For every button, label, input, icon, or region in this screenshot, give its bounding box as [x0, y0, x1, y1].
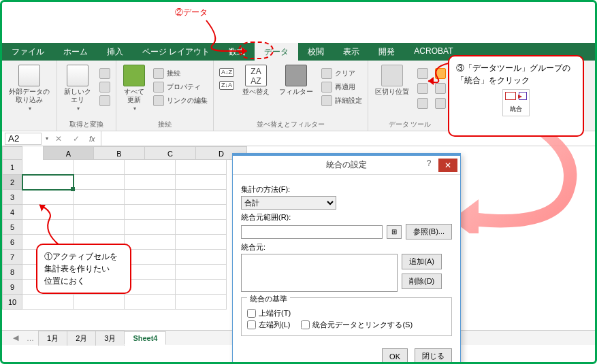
tab-review[interactable]: 校閲	[298, 43, 334, 61]
cell-B2[interactable]	[74, 175, 125, 190]
select-all-triangle[interactable]	[2, 146, 22, 160]
cell-D10[interactable]	[176, 295, 227, 310]
cell-D8[interactable]	[176, 265, 227, 280]
tab-data[interactable]: データ	[255, 43, 298, 61]
sheet-tab-1[interactable]: 1月	[38, 331, 67, 346]
consolidate-button[interactable]	[434, 67, 447, 80]
refedit-button[interactable]: ⊞	[387, 225, 402, 239]
tab-file[interactable]: ファイル	[2, 43, 54, 61]
sort-button[interactable]: ZAAZ 並べ替え	[240, 63, 272, 97]
sort-desc-button[interactable]: Z↓A	[218, 80, 236, 90]
link-checkbox[interactable]	[301, 320, 310, 329]
cell-A5[interactable]	[22, 220, 74, 235]
edit-links-button[interactable]: リンクの編集	[152, 95, 209, 107]
cell-C7[interactable]	[125, 250, 176, 265]
col-header-C[interactable]: C	[145, 146, 196, 160]
top-row-checkbox[interactable]	[247, 309, 256, 318]
cell-C5[interactable]	[125, 220, 176, 235]
cancel-formula-button[interactable]: ✕	[51, 134, 66, 144]
cell-C8[interactable]	[125, 265, 176, 280]
cell-C4[interactable]	[125, 205, 176, 220]
cell-D5[interactable]	[176, 220, 227, 235]
cell-D3[interactable]	[176, 190, 227, 205]
flash-fill-button[interactable]	[416, 67, 430, 80]
method-select[interactable]: 合計	[241, 196, 336, 210]
cell-B3[interactable]	[74, 190, 125, 205]
row-header-3[interactable]: 3	[2, 190, 22, 205]
cell-C10[interactable]	[125, 295, 176, 310]
tab-pagelayout[interactable]: ページ レイアウト	[133, 43, 219, 61]
tab-home[interactable]: ホーム	[54, 43, 97, 61]
cell-B1[interactable]	[74, 160, 125, 175]
add-button[interactable]: 追加(A)	[402, 254, 442, 269]
remove-duplicates-button[interactable]	[416, 82, 430, 95]
cell-B5[interactable]	[74, 220, 125, 235]
new-query-button[interactable]: 新しいク エリ▾	[61, 63, 94, 113]
text-to-columns-button[interactable]: 区切り位置	[372, 63, 412, 97]
recent-sources-button[interactable]	[98, 95, 112, 107]
row-header-8[interactable]: 8	[2, 265, 22, 280]
delete-button[interactable]: 削除(D)	[402, 274, 442, 289]
cell-D7[interactable]	[176, 250, 227, 265]
tab-developer[interactable]: 開発	[369, 43, 404, 61]
col-header-B[interactable]: B	[94, 146, 145, 160]
name-box[interactable]	[5, 133, 42, 145]
cell-D4[interactable]	[176, 205, 227, 220]
filter-button[interactable]: フィルター	[276, 63, 316, 97]
show-queries-button[interactable]	[98, 67, 112, 80]
dialog-close-button[interactable]: ✕	[438, 159, 457, 172]
sheet-tab-2[interactable]: 2月	[67, 331, 96, 346]
cell-C1[interactable]	[125, 160, 176, 175]
sheet-tab-3[interactable]: 3月	[95, 331, 125, 346]
from-table-button[interactable]	[98, 81, 112, 93]
ok-button[interactable]: OK	[382, 348, 408, 364]
tab-insert[interactable]: 挿入	[97, 43, 133, 61]
left-col-checkbox-label[interactable]: 左端列(L)	[247, 320, 290, 330]
refresh-all-button[interactable]: すべて 更新▾	[120, 63, 148, 113]
link-checkbox-label[interactable]: 統合元データとリンクする(S)	[301, 320, 413, 330]
cancel-button[interactable]: 閉じる	[415, 348, 452, 364]
get-external-data-button[interactable]: 外部データの 取り込み▾	[6, 63, 52, 113]
cell-D9[interactable]	[176, 280, 227, 295]
cell-D2[interactable]	[176, 175, 227, 190]
top-row-checkbox-label[interactable]: 上端行(T)	[247, 308, 291, 318]
row-header-9[interactable]: 9	[2, 280, 22, 295]
relationships-button[interactable]	[434, 82, 447, 95]
cell-A2[interactable]	[22, 175, 74, 190]
fx-button[interactable]: fx	[86, 135, 98, 143]
col-header-A[interactable]: A	[43, 146, 94, 160]
sheet-nav-prev[interactable]: ◀	[9, 333, 22, 342]
source-range-input[interactable]	[241, 225, 383, 239]
tab-view[interactable]: 表示	[334, 43, 369, 61]
clear-filter-button[interactable]: クリア	[320, 67, 364, 80]
sheet-tab-4[interactable]: Sheet4	[124, 331, 166, 345]
sources-listbox[interactable]	[241, 254, 398, 292]
dialog-titlebar[interactable]: 統合の設定 ? ✕	[233, 156, 460, 175]
browse-button[interactable]: 参照(B)...	[406, 224, 452, 239]
sort-asc-button[interactable]: A↓Z	[218, 67, 236, 78]
enter-formula-button[interactable]: ✓	[69, 134, 84, 144]
cell-A10[interactable]	[22, 295, 74, 310]
cell-B10[interactable]	[74, 295, 125, 310]
cell-D6[interactable]	[176, 235, 227, 250]
row-header-2[interactable]: 2	[2, 175, 22, 190]
row-header-1[interactable]: 1	[2, 160, 22, 175]
cell-A3[interactable]	[22, 190, 74, 205]
cell-A4[interactable]	[22, 205, 74, 220]
row-header-10[interactable]: 10	[2, 295, 22, 310]
advanced-filter-button[interactable]: 詳細設定	[320, 95, 364, 107]
cell-C3[interactable]	[125, 190, 176, 205]
cell-B4[interactable]	[74, 205, 125, 220]
dialog-help-button[interactable]: ?	[421, 159, 437, 172]
tab-formulas[interactable]: 数式	[219, 43, 255, 61]
connections-button[interactable]: 接続	[152, 67, 209, 80]
row-header-5[interactable]: 5	[2, 220, 22, 235]
properties-button[interactable]: プロパティ	[152, 81, 209, 93]
cell-A1[interactable]	[22, 160, 74, 175]
row-header-4[interactable]: 4	[2, 205, 22, 220]
reapply-button[interactable]: 再適用	[320, 81, 364, 93]
cell-C2[interactable]	[125, 175, 176, 190]
data-validation-button[interactable]	[416, 97, 430, 110]
manage-model-button[interactable]	[434, 97, 447, 110]
cell-C6[interactable]	[125, 235, 176, 250]
